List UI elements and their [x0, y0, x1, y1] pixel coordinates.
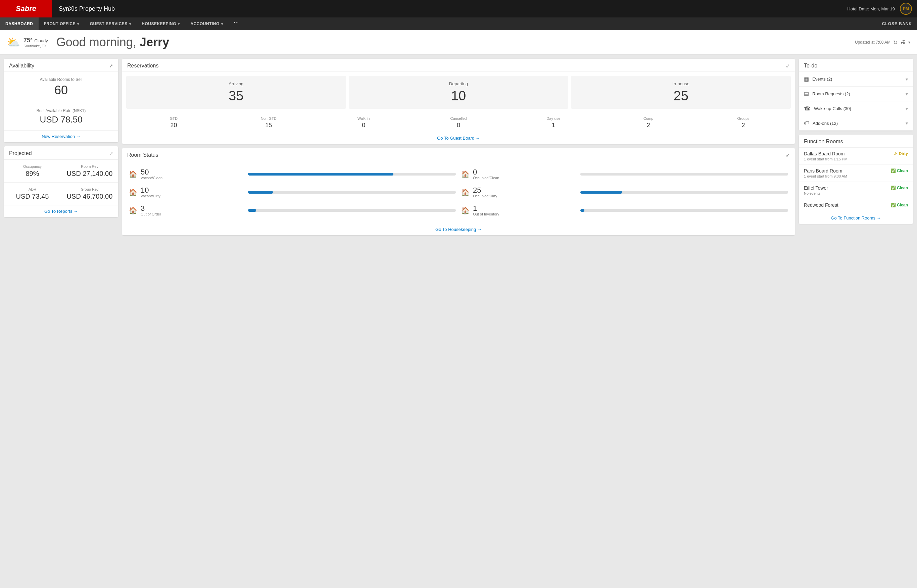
res-detail-label: Walk-in [316, 116, 411, 121]
greeting-area: ⛅ 75° Cloudy Southlake, TX Good morning,… [0, 30, 917, 55]
rs-bar-container [248, 191, 456, 194]
room-status-item: 🏠 25 Occupied/Dirty [458, 183, 791, 201]
available-rooms-section: Available Rooms to Sell 60 [4, 72, 118, 103]
res-detail-value: 0 [411, 122, 506, 129]
reservations-title: Reservations [127, 63, 158, 69]
res-detail-value: 2 [601, 122, 696, 129]
projected-cell-label: Room Rev [66, 165, 113, 168]
todo-item[interactable]: ▤ Room Requests (2) ▾ [799, 87, 913, 101]
rs-number: 0 [473, 168, 577, 176]
inhouse-value: 25 [574, 88, 788, 103]
chevron-down-icon: ▾ [906, 121, 908, 126]
rs-bar-container [580, 173, 788, 176]
logo-area: Sabre [0, 0, 52, 18]
todo-item[interactable]: ☎ Wake-up Calls (30) ▾ [799, 101, 913, 116]
room-status-title: Room Status [127, 152, 158, 158]
room-status-header: Room Status ⤢ [122, 148, 795, 161]
rs-bar-container [248, 209, 456, 212]
function-room-item: Dallas Board Room ⚠ Dirty 1 event start … [799, 148, 913, 165]
avatar[interactable]: PM [900, 3, 912, 15]
rs-number: 50 [140, 168, 245, 176]
room-icon: 🏠 [461, 207, 470, 215]
projected-cell: ADR USD 73.45 [4, 183, 61, 205]
todo-item[interactable]: ▦ Events (2) ▾ [799, 72, 913, 87]
rs-info: 25 Occupied/Dirty [473, 187, 577, 198]
departing-box[interactable]: Departing 10 [349, 76, 568, 109]
main-content: Availability ⤢ Available Rooms to Sell 6… [0, 55, 917, 239]
new-reservation-link[interactable]: New Reservation → [4, 131, 118, 142]
rs-info: 10 Vacant/Dirty [140, 187, 245, 198]
todo-icon: ☎ [804, 105, 810, 112]
expand-icon[interactable]: ⤢ [786, 63, 790, 68]
rs-bar-container [580, 191, 788, 194]
function-room-status: ✅ Clean [891, 168, 908, 173]
expand-icon[interactable]: ⤢ [786, 152, 790, 158]
room-status-item: 🏠 3 Out of Order [126, 201, 458, 220]
header: Sabre SynXis Property Hub Hotel Date: Mo… [0, 0, 917, 18]
nav-item-housekeeping[interactable]: HOUSEKEEPING ▾ [136, 18, 185, 30]
res-detail-label: GTD [126, 116, 221, 121]
nav-item-guest-services[interactable]: GUEST SERVICES ▾ [85, 18, 137, 30]
arriving-box[interactable]: Arriving 35 [126, 76, 346, 109]
reservations-detail-cell: Comp 2 [601, 116, 696, 129]
availability-card: Availability ⤢ Available Rooms to Sell 6… [4, 59, 118, 142]
res-detail-label: Comp [601, 116, 696, 121]
inhouse-label: In-house [574, 81, 788, 86]
inhouse-box[interactable]: In-house 25 [571, 76, 791, 109]
go-to-housekeeping-link[interactable]: Go To Housekeeping → [122, 223, 795, 235]
rs-bar [248, 191, 273, 194]
res-detail-value: 2 [696, 122, 791, 129]
rs-label: Occupied/Dirty [473, 194, 577, 198]
expand-icon[interactable]: ⤢ [109, 63, 113, 68]
go-to-function-rooms-link[interactable]: Go To Function Rooms → [799, 212, 913, 224]
sabre-logo: Sabre [16, 4, 36, 13]
rs-number: 3 [140, 205, 245, 212]
res-detail-label: Day-use [506, 116, 601, 121]
rs-label: Vacant/Clean [140, 176, 245, 180]
room-icon: 🏠 [461, 188, 470, 196]
fr-item-header: Eiffel Tower ✅ Clean [804, 185, 908, 191]
function-room-name: Dallas Board Room [804, 151, 844, 157]
departing-label: Departing [352, 81, 565, 86]
projected-cell: Room Rev USD 27,140.00 [61, 160, 118, 183]
best-rate-section: Best Available Rate (NSK1) USD 78.50 [4, 103, 118, 131]
refresh-icon[interactable]: ↻ [893, 39, 898, 46]
function-room-status: ✅ Clean [891, 203, 908, 207]
expand-icon[interactable]: ⤢ [109, 151, 113, 156]
available-rooms-value: 60 [9, 83, 113, 97]
rs-bar [248, 173, 394, 176]
rs-info: 1 Out of Inventory [473, 205, 577, 216]
rs-info: 0 Occupied/Clean [473, 168, 577, 180]
print-icon[interactable]: 🖨 [900, 39, 906, 45]
todo-item[interactable]: 🏷 Add-ons (12) ▾ [799, 116, 913, 131]
arriving-value: 35 [129, 88, 343, 103]
chevron-down-icon: ▾ [906, 106, 908, 111]
function-rooms-title: Function Rooms [804, 139, 843, 145]
room-status-grid: 🏠 50 Vacant/Clean 🏠 [122, 161, 795, 223]
room-status-item: 🏠 10 Vacant/Dirty [126, 183, 458, 201]
function-room-item: Eiffel Tower ✅ Clean No events [799, 182, 913, 199]
nav-item-dashboard[interactable]: DASHBOARD [0, 18, 39, 30]
function-room-status: ⚠ Dirty [894, 151, 908, 156]
todo-header: To-do [799, 59, 913, 72]
close-bank-button[interactable]: CLOSE BANK [882, 21, 917, 26]
reservations-detail-cell: Walk-in 0 [316, 116, 411, 129]
nav-bar: DASHBOARD FRONT OFFICE ▾ GUEST SERVICES … [0, 18, 917, 30]
todo-label: Room Requests (2) [812, 91, 906, 96]
reservations-detail-cell: Cancelled 0 [411, 116, 506, 129]
update-info: Updated at 7:00 AM ↻ 🖨 ▾ [855, 39, 910, 46]
function-rooms-header: Function Rooms [799, 134, 913, 148]
availability-title: Availability [9, 63, 34, 69]
go-to-reports-link[interactable]: Go To Reports → [4, 205, 118, 217]
reservations-detail-cell: Non-GTD 15 [221, 116, 316, 129]
room-status-item: 🏠 0 Occupied/Clean [458, 165, 791, 183]
nav-more-button[interactable]: ... [228, 18, 244, 30]
nav-item-front-office[interactable]: FRONT OFFICE ▾ [39, 18, 85, 30]
chevron-down-icon[interactable]: ▾ [908, 40, 910, 45]
go-to-guest-board-link[interactable]: Go To Guest Board → [122, 132, 795, 144]
room-status-card: Room Status ⤢ 🏠 50 Vacant/Clean [122, 148, 795, 235]
function-room-name: Redwood Forest [804, 202, 838, 208]
nav-item-accounting[interactable]: ACCOUNTING ▾ [185, 18, 229, 30]
chevron-down-icon: ▾ [906, 76, 908, 82]
reservations-detail-cell: GTD 20 [126, 116, 221, 129]
